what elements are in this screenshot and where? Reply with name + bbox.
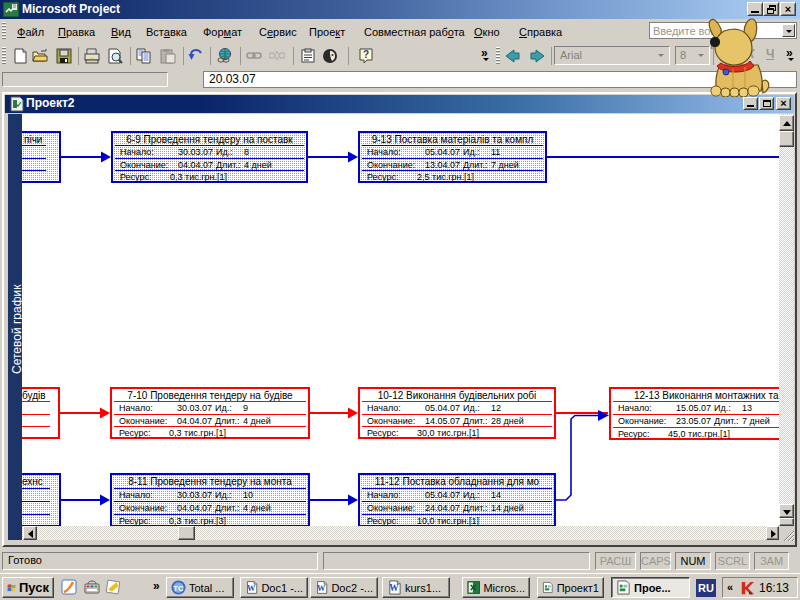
svg-text:TC: TC: [173, 584, 184, 593]
svg-text:W: W: [389, 583, 399, 593]
svg-text:W: W: [247, 584, 256, 593]
svg-text:W: W: [317, 584, 326, 593]
svg-text:?: ?: [363, 49, 369, 60]
